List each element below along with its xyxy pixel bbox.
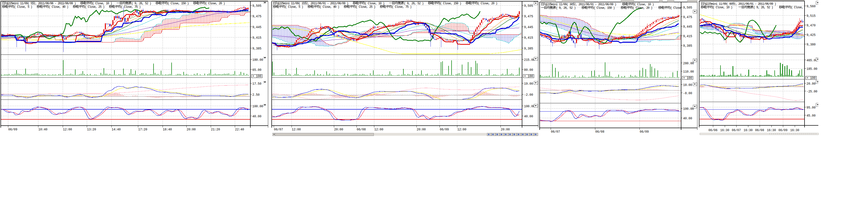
svg-text:40.00: 40.00 xyxy=(524,115,533,118)
svg-text:9,475: 9,475 xyxy=(252,15,261,18)
svg-text:9,425: 9,425 xyxy=(807,33,815,37)
svg-text:16:30: 16:30 xyxy=(744,129,753,132)
svg-text:( Close, 40 ): ( Close, 40 ) xyxy=(49,5,73,9)
svg-text:( Close, 40 ): ( Close, 40 ) xyxy=(320,5,344,9)
svg-text:12:00: 12:00 xyxy=(457,128,466,132)
svg-text:06/07: 06/07 xyxy=(274,128,283,132)
svg-text:( Close, 10 ): ( Close, 10 ) xyxy=(634,3,654,6)
svg-text:40.00: 40.00 xyxy=(683,117,692,120)
svg-text:× 100: × 100 xyxy=(683,76,692,80)
svg-text:21:20: 21:20 xyxy=(211,128,220,132)
svg-text:225mini 11/09( 30: 225mini 11/09( 30 xyxy=(547,3,573,6)
svg-text:( 9, 26, 52 ): ( 9, 26, 52 ) xyxy=(404,2,428,5)
svg-text:95.00: 95.00 xyxy=(807,106,815,110)
svg-text:( Close, 150 ): ( Close, 150 ) xyxy=(167,2,193,5)
svg-text:100.00: 100.00 xyxy=(252,105,263,108)
svg-text:06/08: 06/08 xyxy=(755,129,764,132)
svg-text:9,415: 9,415 xyxy=(683,35,692,38)
svg-text:, 2011/06/01 - 2011/06/09 ): , 2011/06/01 - 2011/06/09 ) xyxy=(735,2,776,6)
svg-text:9,475: 9,475 xyxy=(683,16,692,19)
svg-text:9,445: 9,445 xyxy=(683,25,692,29)
svg-text:185.00: 185.00 xyxy=(807,67,817,71)
svg-text:9,505: 9,505 xyxy=(252,4,261,8)
svg-text:( Close, 10 ): ( Close, 10 ) xyxy=(713,6,738,9)
svg-text:225mini 11/09( 15: 225mini 11/09( 15 xyxy=(279,2,305,5)
svg-text:× 100: × 100 xyxy=(807,76,815,80)
svg-text:06/07: 06/07 xyxy=(732,129,741,132)
svg-text:06/07: 06/07 xyxy=(551,130,560,134)
svg-text:( Close, 150 ): ( Close, 150 ) xyxy=(594,6,621,10)
svg-text:100.00: 100.00 xyxy=(524,105,535,108)
svg-text:2.50: 2.50 xyxy=(252,93,260,97)
svg-text:( Close, 25 ): ( Close, 25 ) xyxy=(356,5,380,9)
svg-text:( Close, 5 ): ( Close, 5 ) xyxy=(14,5,37,9)
svg-text:× 100: × 100 xyxy=(252,75,261,78)
svg-text:215.00: 215.00 xyxy=(524,58,535,62)
svg-text:12:00: 12:00 xyxy=(374,128,383,132)
svg-text:20:00: 20:00 xyxy=(501,128,510,132)
svg-text:10:40: 10:40 xyxy=(38,128,48,132)
svg-text:9,445: 9,445 xyxy=(252,26,261,29)
svg-text:( Close, 20 ): ( Close, 20 ) xyxy=(633,6,658,10)
svg-text:( 9, 26, 52 ): ( 9, 26, 52 ) xyxy=(131,2,156,5)
svg-text:( Close, 150 ): ( Close, 150 ) xyxy=(440,2,466,5)
svg-text:13:20: 13:20 xyxy=(87,128,96,132)
svg-text:110.00: 110.00 xyxy=(683,70,694,74)
svg-text:9,385: 9,385 xyxy=(683,44,692,48)
svg-text:20:00: 20:00 xyxy=(417,128,426,132)
svg-text:12:00: 12:00 xyxy=(292,128,301,132)
svg-text:18.00: 18.00 xyxy=(683,83,692,87)
svg-text:, 2011/06/01 - 2011/06/09 ): , 2011/06/01 - 2011/06/09 ) xyxy=(308,2,353,5)
svg-text:9,415: 9,415 xyxy=(252,36,261,40)
svg-text:16:30: 16:30 xyxy=(767,129,776,132)
svg-text:22:40: 22:40 xyxy=(235,128,244,132)
svg-text:9,475: 9,475 xyxy=(524,15,533,18)
svg-text:9,415: 9,415 xyxy=(524,36,533,40)
svg-text:14:40: 14:40 xyxy=(112,128,121,132)
svg-text:06/09: 06/09 xyxy=(778,129,787,132)
svg-text:( Close, 75 ): ( Close, 75 ) xyxy=(121,5,141,9)
svg-text:19.00: 19.00 xyxy=(524,82,533,86)
svg-text:-2.00: -2.00 xyxy=(524,93,533,97)
svg-text:-8.00: -8.00 xyxy=(683,92,692,95)
svg-text:( Close, 25 ): ( Close, 25 ) xyxy=(85,5,109,9)
svg-text:06/09: 06/09 xyxy=(640,130,649,134)
svg-text:100.00: 100.00 xyxy=(683,107,694,111)
svg-text:9,560: 9,560 xyxy=(807,5,815,8)
svg-text:280.00: 280.00 xyxy=(683,62,694,65)
svg-text:9,380: 9,380 xyxy=(807,43,815,47)
svg-text:225mini 11/09( 5: 225mini 11/09( 5 xyxy=(8,2,32,5)
svg-text:80.00: 80.00 xyxy=(524,68,533,72)
svg-text:( Close, 5 ): ( Close, 5 ) xyxy=(285,5,308,9)
svg-text:9,505: 9,505 xyxy=(683,6,692,9)
svg-text:225mini 11/09( 60: 225mini 11/09( 60 xyxy=(707,2,733,6)
svg-text:9,445: 9,445 xyxy=(524,26,533,29)
svg-text:45.00: 45.00 xyxy=(807,114,815,118)
svg-text:06/09: 06/09 xyxy=(8,128,17,132)
svg-text:9,470: 9,470 xyxy=(807,24,815,27)
svg-text:06/06: 06/06 xyxy=(708,129,717,132)
svg-text:12:00: 12:00 xyxy=(63,128,72,132)
svg-text:20:00: 20:00 xyxy=(187,128,196,132)
svg-text:17:20: 17:20 xyxy=(138,128,147,132)
svg-text:( Close, 10 ): ( Close, 10 ) xyxy=(365,2,389,5)
svg-text:( Close, 20 ): ( Close, 20 ) xyxy=(205,2,225,5)
svg-text:( Close, 10 ): ( Close, 10 ) xyxy=(92,2,116,5)
svg-text:06/09: 06/09 xyxy=(440,128,449,132)
svg-text:( 9, 26, 52 ): ( 9, 26, 52 ) xyxy=(753,6,779,9)
svg-text:16:30: 16:30 xyxy=(720,129,729,132)
svg-text:9,385: 9,385 xyxy=(524,47,533,51)
svg-text:06/08: 06/08 xyxy=(357,128,366,132)
svg-text:180.00: 180.00 xyxy=(252,58,263,62)
svg-text:, 2011/06/06 - 2011/06/09 ): , 2011/06/06 - 2011/06/09 ) xyxy=(35,2,80,5)
svg-text:40.00: 40.00 xyxy=(252,115,261,118)
svg-text:17.50: 17.50 xyxy=(252,82,261,86)
svg-text:× 100: × 100 xyxy=(524,75,533,78)
svg-text:9,515: 9,515 xyxy=(807,14,815,18)
svg-text:9,505: 9,505 xyxy=(524,4,533,8)
svg-text:20.00: 20.00 xyxy=(807,82,815,86)
svg-text:20:00: 20:00 xyxy=(334,128,343,132)
svg-text:65.00: 65.00 xyxy=(252,68,261,72)
svg-text:( 9, 26, 52 ): ( 9, 26, 52 ) xyxy=(556,6,582,10)
svg-text:( Close, 20 ): ( Close, 20 ) xyxy=(478,2,497,5)
